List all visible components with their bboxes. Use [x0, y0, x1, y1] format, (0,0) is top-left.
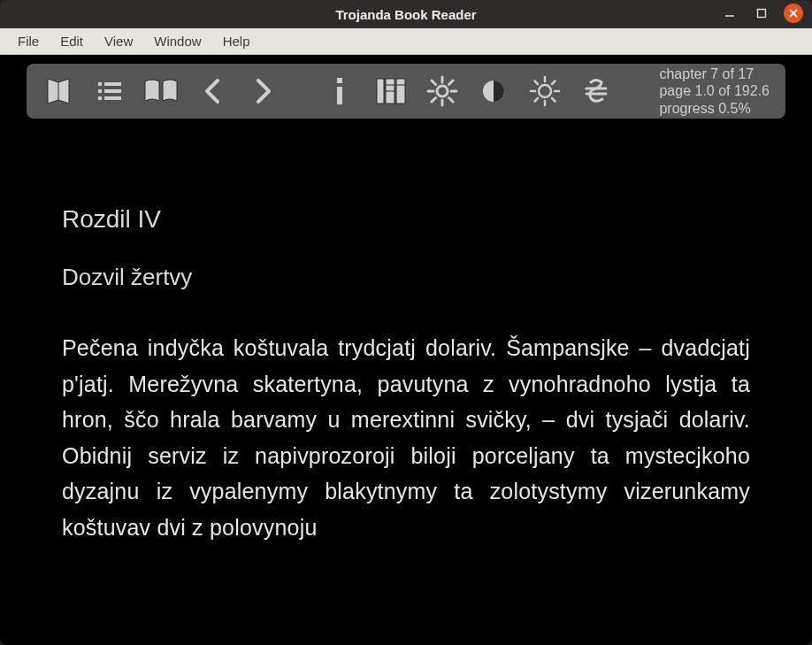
settings-button[interactable]: [423, 72, 462, 111]
status-progress: progress 0.5%: [659, 100, 770, 117]
chapter-title: Dozvil žertvy: [62, 264, 750, 291]
two-page-button[interactable]: [142, 72, 180, 111]
app-mark-icon: [375, 77, 407, 105]
svg-line-26: [449, 81, 454, 85]
status-page: page 1.0 of 192.6: [659, 82, 770, 99]
window-controls: [720, 4, 803, 23]
svg-rect-12: [337, 87, 342, 104]
window-title: Trojanda Book Reader: [335, 7, 476, 22]
svg-rect-5: [98, 82, 102, 86]
menu-edit[interactable]: Edit: [51, 30, 92, 52]
brightness-button[interactable]: [525, 72, 564, 111]
prev-icon: [202, 78, 223, 104]
svg-point-19: [437, 86, 448, 96]
prev-button[interactable]: [193, 72, 232, 111]
svg-line-25: [449, 98, 454, 103]
contrast-button[interactable]: [474, 72, 513, 111]
reader-pane[interactable]: Rozdil IV Dozvil žertvy Pečena indyčka k…: [0, 126, 812, 645]
app-window: Trojanda Book Reader File Edit View Wind…: [0, 0, 812, 645]
svg-rect-1: [758, 10, 766, 18]
chapter-number: Rozdil IV: [62, 205, 750, 234]
next-icon: [253, 78, 274, 104]
toc-button[interactable]: [90, 72, 129, 111]
minimize-button[interactable]: [720, 4, 739, 23]
body-text: Pečena indyčka koštuvala trydcjatj dolar…: [62, 330, 750, 545]
info-icon: [333, 76, 346, 106]
svg-line-27: [432, 98, 436, 103]
svg-rect-13: [377, 79, 384, 104]
svg-line-35: [552, 98, 555, 102]
menu-help[interactable]: Help: [214, 30, 259, 52]
status-chapter: chapter 7 of 17: [659, 65, 770, 82]
settings-icon: [426, 75, 458, 107]
svg-rect-9: [98, 96, 102, 100]
two-page-icon: [143, 78, 179, 104]
brightness-icon: [529, 75, 561, 107]
toc-icon: [96, 80, 123, 103]
menu-window[interactable]: Window: [145, 30, 210, 52]
svg-point-29: [539, 85, 551, 97]
menubar: File Edit View Window Help: [0, 28, 812, 55]
titlebar: Trojanda Book Reader: [0, 0, 812, 28]
close-button[interactable]: [784, 4, 803, 23]
app-mark-button[interactable]: [372, 72, 410, 111]
svg-rect-8: [104, 89, 121, 93]
svg-line-34: [535, 81, 539, 85]
library-button[interactable]: [39, 72, 78, 111]
hryvnia-button[interactable]: [577, 72, 616, 111]
maximize-button[interactable]: [752, 4, 771, 23]
status-block: chapter 7 of 17 page 1.0 of 192.6 progre…: [659, 65, 773, 117]
svg-rect-10: [104, 96, 121, 100]
svg-rect-6: [104, 82, 121, 86]
hryvnia-icon: [583, 77, 609, 105]
library-icon: [45, 76, 72, 106]
menu-file[interactable]: File: [9, 30, 48, 52]
contrast-icon: [480, 78, 507, 104]
next-button[interactable]: [244, 72, 283, 111]
toolbar: chapter 7 of 17 page 1.0 of 192.6 progre…: [27, 64, 785, 119]
svg-rect-7: [98, 89, 102, 93]
menu-view[interactable]: View: [96, 30, 142, 52]
svg-line-24: [432, 81, 436, 85]
info-button[interactable]: [320, 72, 359, 111]
svg-line-37: [535, 98, 539, 102]
svg-rect-11: [337, 78, 342, 83]
svg-line-36: [552, 81, 555, 85]
toolbar-area: chapter 7 of 17 page 1.0 of 192.6 progre…: [0, 55, 812, 126]
svg-rect-15: [396, 79, 405, 104]
